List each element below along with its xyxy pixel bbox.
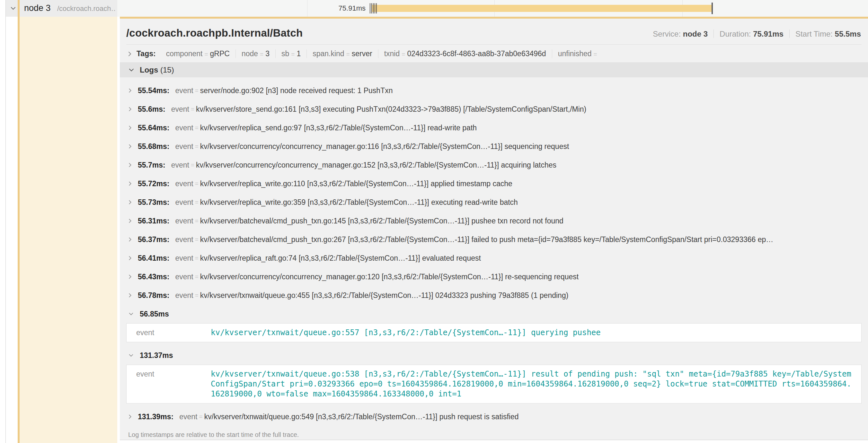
chevron-down-icon[interactable] xyxy=(127,67,135,73)
log-entry-row[interactable]: 55.68ms: event = kv/kvserver/concurrency… xyxy=(120,137,868,156)
log-entry-row[interactable]: 56.31ms: event = kv/kvserver/batcheval/c… xyxy=(120,211,868,230)
log-fields-table: event kv/kvserver/txnwait/queue.go:538 [… xyxy=(126,365,862,404)
log-entry-row[interactable]: 131.37ms xyxy=(120,346,868,365)
chevron-right-icon[interactable] xyxy=(127,87,133,94)
log-marker xyxy=(376,3,377,13)
equals-sign: = xyxy=(195,254,198,262)
span-detail-header: /cockroach.roachpb.Internal/Batch Servic… xyxy=(120,19,868,44)
log-timestamp: 56.37ms: xyxy=(138,235,169,244)
chevron-right-icon[interactable] xyxy=(127,143,133,150)
log-entry-row[interactable]: 55.54ms: event = server/node.go:902 [n3]… xyxy=(120,81,868,100)
logs-accordion-header[interactable]: Logs (15) xyxy=(120,62,868,77)
log-entries-list: 55.54ms: event = server/node.go:902 [n3]… xyxy=(120,77,868,426)
tag-item: sb=1 xyxy=(276,49,307,58)
log-field-value: kv/kvserver/txnwait/queue.go:455 [n3,s3,… xyxy=(200,291,568,300)
log-timestamp: 55.6ms: xyxy=(138,105,165,114)
log-entry-row[interactable]: 56.41ms: event = kv/kvserver/replica_raf… xyxy=(120,249,868,267)
equals-sign: = xyxy=(291,51,294,58)
log-field-value: kv/kvserver/store_send.go:161 [n3,s3] ex… xyxy=(196,105,586,114)
tag-value: server xyxy=(352,49,372,58)
log-field-key: event xyxy=(175,217,193,225)
log-entry-row[interactable]: 55.6ms: event = kv/kvserver/store_send.g… xyxy=(120,100,868,118)
equals-sign: = xyxy=(195,273,198,280)
span-accent-stripe xyxy=(18,17,20,443)
span-detail-meta: Service: node 3Duration: 75.91msStart Ti… xyxy=(653,30,861,39)
chevron-right-icon[interactable] xyxy=(127,50,133,58)
log-field-value: kv/kvserver/replica_raft.go:74 [n3,s3,r6… xyxy=(200,254,481,263)
chevron-right-icon[interactable] xyxy=(127,106,133,113)
span-timeline-cell[interactable]: 75.91ms xyxy=(117,0,868,17)
tag-value: 024d3323-6c8f-4863-aa8b-37ab0e63496d xyxy=(407,49,546,58)
log-field-value: kv/kvserver/concurrency/concurrency_mana… xyxy=(200,142,569,151)
logs-title: Logs xyxy=(140,66,158,74)
chevron-right-icon[interactable] xyxy=(127,273,133,280)
log-entry-expanded: 56.85ms event kv/kvserver/txnwait/queue.… xyxy=(120,305,868,342)
chevron-down-icon[interactable] xyxy=(127,311,134,316)
log-timestamp: 55.64ms: xyxy=(138,124,169,132)
span-detail-panel: /cockroach.roachpb.Internal/Batch Servic… xyxy=(120,17,868,440)
service-value: node 3 xyxy=(683,30,708,38)
equals-sign: = xyxy=(346,51,350,58)
tag-key: unfinished xyxy=(558,49,592,58)
span-service-name: node 3 xyxy=(24,3,51,13)
chevron-down-icon[interactable] xyxy=(127,353,134,358)
tags-accordion[interactable]: Tags: component=gRPC node=3 sb=1 span.ki… xyxy=(120,45,868,62)
equals-sign: = xyxy=(195,87,198,94)
tag-item: span.kind=server xyxy=(307,49,378,58)
log-field-value: kv/kvserver/txnwait/queue.go:538 [n3,s3,… xyxy=(211,365,861,403)
log-field-key: event xyxy=(127,365,211,403)
tag-key: node xyxy=(242,49,258,58)
chevron-right-icon[interactable] xyxy=(127,199,133,206)
chevron-right-icon[interactable] xyxy=(127,124,133,131)
log-entry-row[interactable]: 55.7ms: event = kv/kvserver/concurrency/… xyxy=(120,156,868,174)
log-timestamp: 56.31ms: xyxy=(138,217,169,225)
log-entry-row[interactable]: 55.64ms: event = kv/kvserver/replica_sen… xyxy=(120,118,868,137)
tag-value: gRPC xyxy=(210,49,230,58)
log-entry-expanded: 131.37ms event kv/kvserver/txnwait/queue… xyxy=(120,346,868,404)
log-marker-end xyxy=(712,3,713,14)
log-entry-row[interactable]: 56.37ms: event = kv/kvserver/batcheval/c… xyxy=(120,230,868,249)
equals-sign: = xyxy=(260,51,264,58)
chevron-right-icon[interactable] xyxy=(127,217,133,225)
chevron-down-icon[interactable] xyxy=(9,5,18,11)
span-duration-bar[interactable] xyxy=(372,5,713,12)
log-timestamp: 56.78ms: xyxy=(138,291,169,300)
chevron-right-icon[interactable] xyxy=(127,413,133,420)
log-entry-row[interactable]: 55.73ms: event = kv/kvserver/replica_wri… xyxy=(120,193,868,211)
log-entry-row[interactable]: 131.39ms: event = kv/kvserver/txnwait/qu… xyxy=(120,407,868,426)
equals-sign: = xyxy=(191,106,194,113)
tag-key: component xyxy=(166,49,203,58)
log-entry-row[interactable]: 56.78ms: event = kv/kvserver/txnwait/que… xyxy=(120,286,868,305)
log-timestamp: 56.85ms xyxy=(140,310,169,318)
chevron-right-icon[interactable] xyxy=(127,236,133,243)
log-entry-row[interactable]: 55.72ms: event = kv/kvserver/replica_wri… xyxy=(120,174,868,193)
log-field-key: event xyxy=(175,142,193,151)
meta-separator xyxy=(789,30,789,38)
equals-sign: = xyxy=(195,199,198,206)
log-entry-row[interactable]: 56.43ms: event = kv/kvserver/concurrency… xyxy=(120,267,868,286)
equals-sign: = xyxy=(195,124,198,131)
equals-sign: = xyxy=(195,217,198,225)
tag-item: unfinished= xyxy=(552,49,605,58)
chevron-right-icon[interactable] xyxy=(127,254,133,262)
chevron-right-icon[interactable] xyxy=(127,292,133,299)
span-name-cell[interactable]: node 3 /cockroach.roach… xyxy=(6,0,117,17)
log-field-key: event xyxy=(171,161,189,170)
chevron-right-icon[interactable] xyxy=(127,180,133,187)
log-field-value: kv/kvserver/txnwait/queue.go:549 [n3,s3,… xyxy=(204,412,519,421)
equals-sign: = xyxy=(402,51,405,58)
log-field-value: kv/kvserver/replica_write.go:359 [n3,s3,… xyxy=(200,198,518,207)
tag-item: txnid=024d3323-6c8f-4863-aa8b-37ab0e6349… xyxy=(378,49,552,58)
log-entry-row[interactable]: 56.85ms xyxy=(120,305,868,323)
equals-sign: = xyxy=(195,236,198,243)
chevron-right-icon[interactable] xyxy=(127,162,133,169)
tree-guide-line xyxy=(5,0,6,443)
log-field-value: kv/kvserver/batcheval/cmd_push_txn.go:26… xyxy=(200,235,773,244)
log-marker xyxy=(375,3,375,13)
log-field-key: event xyxy=(175,273,193,281)
timeline-gridline xyxy=(307,0,307,17)
log-field-value: kv/kvserver/batcheval/cmd_push_txn.go:14… xyxy=(200,217,563,225)
span-row[interactable]: node 3 /cockroach.roach… 75.91ms xyxy=(6,0,868,17)
log-marker xyxy=(371,3,372,13)
log-field-value: kv/kvserver/replica_send.go:97 [n3,s3,r6… xyxy=(200,124,477,132)
